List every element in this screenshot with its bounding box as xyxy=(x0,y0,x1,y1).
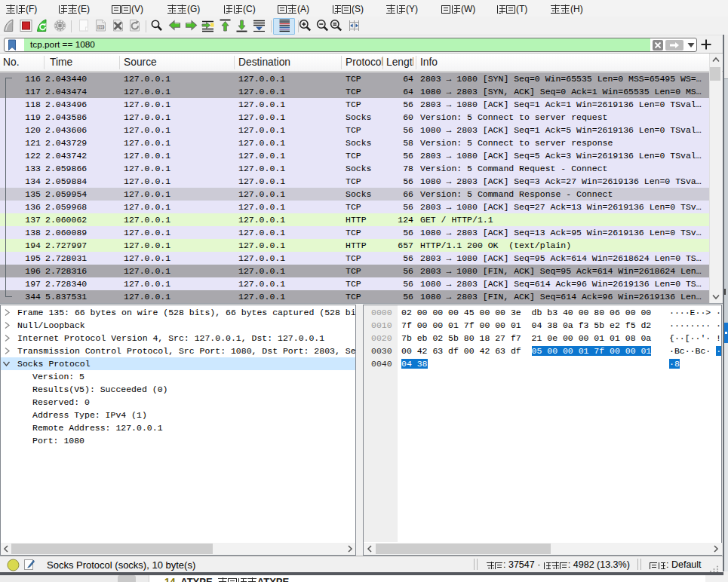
svg-text:010: 010 xyxy=(98,26,105,29)
